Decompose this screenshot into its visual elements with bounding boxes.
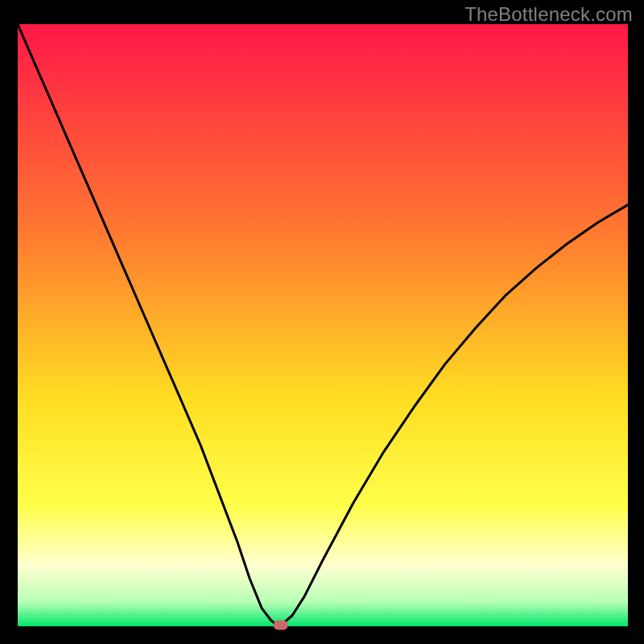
plot-background [18,24,628,626]
optimum-marker [274,621,288,630]
chart-frame: TheBottleneck.com [0,0,644,644]
bottleneck-chart [0,0,644,644]
watermark-text: TheBottleneck.com [464,3,633,26]
